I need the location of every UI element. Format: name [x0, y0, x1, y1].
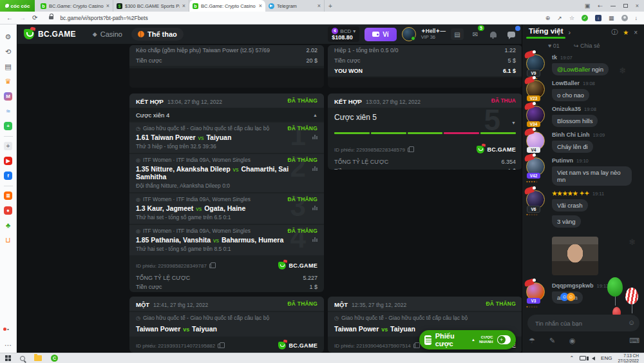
parlay-collapsed-body[interactable]: 5 Cược xiên 5 ▼: [328, 108, 522, 141]
bet-leg[interactable]: 3 ◎ITF Women · ITF India 09A, Women Sing…: [129, 193, 324, 224]
adblock-icon[interactable]: ✓: [582, 15, 588, 21]
bell-icon[interactable]: [487, 28, 500, 40]
chat-username[interactable]: Putinvn: [552, 157, 573, 164]
emoji-picker-icon[interactable]: ☺: [628, 319, 635, 326]
browser-tab[interactable]: BC.Game: Crypto Casino Gan ×: [189, 0, 265, 12]
expand-icon[interactable]: ▼: [511, 121, 516, 125]
chat-username[interactable]: LowBaller: [552, 80, 580, 86]
window-maximize-button[interactable]: [623, 4, 628, 8]
taskbar-clock[interactable]: 7:13 CH 27/12/2022: [618, 353, 639, 363]
chat-username[interactable]: tk: [552, 54, 557, 61]
sidebar-shortcut-icon[interactable]: M: [0, 89, 17, 104]
sidebar-shortcut-icon[interactable]: [0, 248, 17, 323]
user-avatar[interactable]: [402, 27, 416, 41]
rules-icon[interactable]: ✎: [549, 337, 555, 345]
chevron-right-icon[interactable]: ›: [568, 28, 571, 36]
sidebar-shortcut-icon[interactable]: [0, 133, 17, 139]
bookmark-star-icon[interactable]: ☆: [569, 15, 574, 21]
gif-icon[interactable]: ◉: [569, 337, 576, 345]
stats-icon[interactable]: [312, 206, 317, 210]
info-icon[interactable]: ⓘ: [611, 28, 618, 37]
chat-username[interactable]: Onizuka35: [552, 106, 581, 112]
chat-input[interactable]: [527, 315, 639, 331]
tab-search-icon[interactable]: ▣: [585, 3, 591, 9]
tab-close-icon[interactable]: ×: [317, 3, 321, 9]
bet-leg[interactable]: 1 ◷Giao hữu quốc tế - Giao hữu quốc tế c…: [129, 123, 324, 153]
bet-leg[interactable]: 4 ◎ITF Women · ITF India 09A, Women Sing…: [129, 225, 324, 255]
download-manager-icon[interactable]: ↓: [595, 15, 601, 21]
bcgame-logo[interactable]: BC.GAME: [24, 29, 76, 39]
sidebar-shortcut-icon[interactable]: ≣: [0, 188, 17, 203]
tab-close-icon[interactable]: ×: [106, 3, 109, 9]
share-icon[interactable]: ↗: [557, 15, 562, 21]
copy-icon[interactable]: [209, 264, 213, 268]
reload-icon[interactable]: ⟳: [32, 14, 37, 21]
sidebar-shortcut-icon[interactable]: ⊔: [0, 233, 17, 248]
collapse-icon[interactable]: ▲: [313, 113, 317, 117]
tray-expand-icon[interactable]: ⌃: [569, 355, 574, 361]
reaction-emojis[interactable]: ☺☺: [562, 293, 575, 301]
browser-tab[interactable]: $300 BC.GAME Sports Parlay ×: [113, 0, 189, 12]
bet-leg[interactable]: 2 ◎ITF Women · ITF India 09A, Women Sing…: [129, 154, 324, 192]
sidebar-shortcut-icon[interactable]: ≈: [0, 104, 17, 119]
copy-icon[interactable]: [408, 148, 412, 152]
nav-casino[interactable]: ◆ Casino: [93, 30, 122, 38]
sidebar-shortcut-icon[interactable]: ▶: [0, 153, 17, 168]
chat-username[interactable]: Bình Chi Linh: [552, 132, 590, 138]
start-button[interactable]: [5, 355, 11, 361]
volume-icon[interactable]: [592, 357, 595, 360]
bet-card-partial-right[interactable]: Hiệp 1 - tổng trên 0.5 0/01.22Tiền cược5…: [328, 45, 522, 88]
network-icon[interactable]: [580, 356, 586, 360]
browser-profile-avatar[interactable]: [621, 15, 628, 21]
coccoc-taskbar-icon[interactable]: C: [51, 355, 58, 362]
extension-icon[interactable]: ▦: [609, 15, 614, 21]
browser-tab[interactable]: BC.Game: Crypto Casino Gan ×: [37, 0, 113, 12]
rain-icon[interactable]: ☂: [529, 337, 535, 345]
save-page-icon[interactable]: ⊕: [545, 15, 551, 21]
downloads-icon[interactable]: ↓: [635, 15, 638, 21]
chat-username[interactable]: ★★★★★ ✦✦: [552, 190, 589, 197]
copy-icon[interactable]: [218, 344, 222, 348]
sidebar-shortcut-icon[interactable]: ♣: [0, 218, 17, 233]
sidebar-shortcut-icon[interactable]: +: [0, 119, 17, 133]
stats-icon[interactable]: [312, 166, 317, 171]
betslip-button[interactable]: Phiếu cược ▲ CƯỢCNHANH +: [419, 330, 516, 349]
file-explorer-icon[interactable]: [34, 355, 42, 361]
mention-label[interactable]: @LowBaller: [557, 66, 590, 73]
mail-icon[interactable]: ✉5: [469, 28, 482, 40]
bet-list-icon[interactable]: ▤: [451, 28, 464, 40]
new-tab-button[interactable]: +: [328, 3, 332, 10]
quick-bet-toggle[interactable]: +: [497, 335, 511, 344]
stats-icon[interactable]: [312, 237, 317, 242]
user-info[interactable]: ✦Hell✦— VIP 36: [421, 28, 446, 40]
stats-icon[interactable]: [312, 135, 317, 139]
chat-close-icon[interactable]: ×: [634, 29, 638, 36]
sidebar-shortcut-icon[interactable]: ⚙: [0, 30, 17, 44]
panel-toggle-icon[interactable]: ⇠: [598, 3, 603, 9]
sidebar-shortcut-icon[interactable]: ⟲: [0, 44, 17, 59]
sidebar-shortcut-icon[interactable]: [0, 323, 17, 338]
like-count[interactable]: ♥ 01: [548, 43, 560, 49]
sidebar-shortcut-icon[interactable]: ●: [0, 203, 17, 218]
sidebar-shortcut-icon[interactable]: ⋯: [0, 338, 17, 353]
lock-icon[interactable]: [49, 16, 53, 19]
back-icon[interactable]: ←: [6, 14, 13, 21]
sidebar-shortcut-icon[interactable]: [0, 183, 17, 188]
sidebar-shortcut-icon[interactable]: f: [0, 168, 17, 183]
browser-tab[interactable]: Telegram ×: [265, 0, 325, 12]
bet-card-partial-left[interactable]: Kèo chấp (gồm hiệp phụ) Taiwan Power (t2…: [129, 45, 324, 88]
url-text[interactable]: bc.game/vi/sports?bt-path=%2Fbets: [60, 15, 147, 21]
trophy-icon[interactable]: ★: [623, 29, 629, 36]
window-close-button[interactable]: ×: [636, 3, 639, 9]
share-action[interactable]: ↪ Chia sẻ: [574, 43, 600, 49]
wallet-button[interactable]: Ví: [365, 28, 396, 41]
balance-selector[interactable]: ¢ BCD ▾ $108.80: [328, 26, 359, 42]
sidebar-shortcut-icon[interactable]: ♛: [0, 74, 17, 89]
keyboard-icon[interactable]: ⌨: [629, 337, 639, 345]
copy-icon[interactable]: [413, 344, 417, 348]
tab-close-icon[interactable]: ×: [182, 3, 185, 9]
sidebar-shortcut-icon[interactable]: ▤: [0, 59, 17, 74]
nav-sports[interactable]: Thể thao: [131, 28, 184, 41]
window-minimize-button[interactable]: [611, 6, 616, 6]
chat-username[interactable]: Dqqpmgspkwb: [552, 282, 594, 289]
